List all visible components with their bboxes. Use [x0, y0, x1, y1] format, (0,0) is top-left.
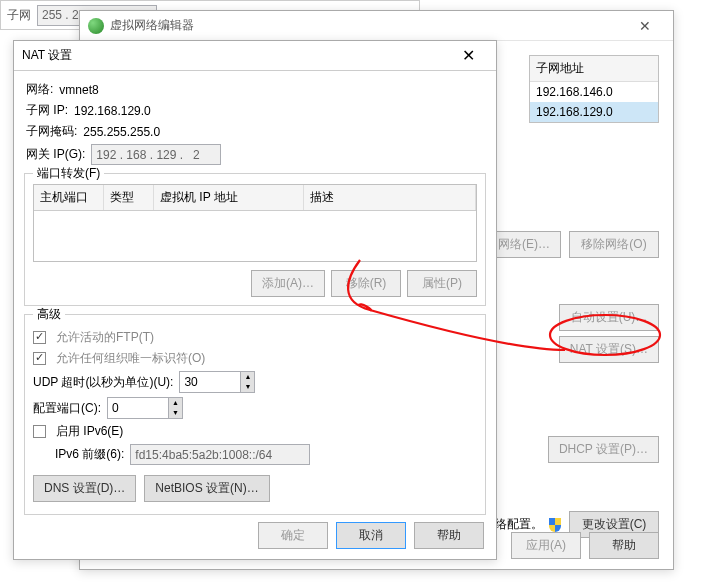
port-fwd-buttons: 添加(A)… 移除(R) 属性(P): [33, 270, 477, 297]
netbios-settings-button[interactable]: NetBIOS 设置(N)…: [144, 475, 269, 502]
mask-value: 255.255.255.0: [83, 125, 160, 139]
allow-oui-label: 允许任何组织唯一标识符(O): [56, 350, 205, 367]
subnet-row[interactable]: 192.168.129.0: [530, 102, 658, 122]
nat-settings-dialog: NAT 设置 ✕ 网络: vmnet8 子网 IP: 192.168.129.0…: [13, 40, 497, 560]
close-icon[interactable]: ✕: [625, 18, 665, 34]
shield-icon: [549, 518, 561, 532]
subnet-list: 子网地址 192.168.146.0 192.168.129.0: [529, 55, 659, 123]
admin-hint: 络配置。: [495, 516, 543, 533]
ipv6-prefix-input[interactable]: [130, 444, 310, 465]
net-value: vmnet8: [59, 83, 98, 97]
config-port-spinner[interactable]: ▲▼: [107, 397, 183, 419]
allow-oui-checkbox[interactable]: [33, 352, 46, 365]
nat-info: 网络: vmnet8 子网 IP: 192.168.129.0 子网掩码: 25…: [14, 71, 496, 165]
ipv6-prefix-label: IPv6 前缀(6):: [55, 446, 124, 463]
enable-ipv6-row[interactable]: 启用 IPv6(E): [33, 423, 477, 440]
nat-settings-button[interactable]: NAT 设置(S)…: [559, 336, 659, 363]
cancel-button[interactable]: 取消: [336, 522, 406, 549]
nat-title: NAT 设置: [22, 47, 448, 64]
enable-ipv6-checkbox[interactable]: [33, 425, 46, 438]
gateway-label: 网关 IP(G):: [26, 146, 85, 163]
allow-oui-row[interactable]: 允许任何组织唯一标识符(O): [33, 350, 477, 367]
advanced-group: 高级 允许活动的FTP(T) 允许任何组织唯一标识符(O) UDP 超时(以秒为…: [24, 314, 486, 515]
ok-button[interactable]: 确定: [258, 522, 328, 549]
dns-settings-button[interactable]: DNS 设置(D)…: [33, 475, 136, 502]
gateway-ip-input[interactable]: [91, 144, 221, 165]
help-button[interactable]: 帮助: [589, 532, 659, 559]
dhcp-settings-row: DHCP 设置(P)…: [548, 436, 659, 463]
udp-timeout-spinner[interactable]: ▲▼: [179, 371, 255, 393]
spin-up-icon[interactable]: ▲: [241, 372, 254, 382]
udp-timeout-label: UDP 超时(以秒为单位)(U):: [33, 374, 173, 391]
remove-button[interactable]: 移除(R): [331, 270, 401, 297]
spin-down-icon[interactable]: ▼: [241, 382, 254, 392]
allow-ftp-row[interactable]: 允许活动的FTP(T): [33, 329, 477, 346]
nat-settings-row: NAT 设置(S)…: [559, 336, 659, 363]
close-icon[interactable]: ✕: [448, 46, 488, 65]
advanced-title: 高级: [33, 306, 65, 323]
bg-subnet-label: 子网: [7, 7, 31, 24]
props-button[interactable]: 属性(P): [407, 270, 477, 297]
subnet-ip-label: 子网 IP:: [26, 102, 68, 119]
col-host-port[interactable]: 主机端口: [34, 185, 104, 210]
spin-up-icon[interactable]: ▲: [169, 398, 182, 408]
add-button[interactable]: 添加(A)…: [251, 270, 325, 297]
spin-down-icon[interactable]: ▼: [169, 408, 182, 418]
allow-ftp-checkbox[interactable]: [33, 331, 46, 344]
auto-settings-row: 自动设置(U)…: [559, 304, 659, 331]
subnet-ip-value: 192.168.129.0: [74, 104, 151, 118]
config-port-input[interactable]: [108, 398, 168, 418]
remove-network-button[interactable]: 移除网络(O): [569, 231, 659, 258]
auto-settings-button[interactable]: 自动设置(U)…: [559, 304, 659, 331]
net-label: 网络:: [26, 81, 53, 98]
col-vm-ip[interactable]: 虚拟机 IP 地址: [154, 185, 304, 210]
table-body[interactable]: [34, 211, 476, 261]
table-head: 主机端口 类型 虚拟机 IP 地址 描述: [34, 185, 476, 211]
port-forward-group: 端口转发(F) 主机端口 类型 虚拟机 IP 地址 描述 添加(A)… 移除(R…: [24, 173, 486, 306]
nat-titlebar: NAT 设置 ✕: [14, 41, 496, 71]
app-icon: [88, 18, 104, 34]
udp-timeout-input[interactable]: [180, 372, 240, 392]
mask-label: 子网掩码:: [26, 123, 77, 140]
allow-ftp-label: 允许活动的FTP(T): [56, 329, 154, 346]
apply-button[interactable]: 应用(A): [511, 532, 581, 559]
subnet-list-header: 子网地址: [530, 56, 658, 82]
port-forward-table: 主机端口 类型 虚拟机 IP 地址 描述: [33, 184, 477, 262]
nat-bottom-buttons: 确定 取消 帮助: [258, 522, 484, 549]
editor-bottom-buttons: 应用(A) 帮助: [511, 532, 659, 559]
col-type[interactable]: 类型: [104, 185, 154, 210]
editor-titlebar: 虚拟网络编辑器 ✕: [80, 11, 673, 41]
port-forward-title: 端口转发(F): [33, 165, 104, 182]
col-desc[interactable]: 描述: [304, 185, 476, 210]
dhcp-settings-button[interactable]: DHCP 设置(P)…: [548, 436, 659, 463]
enable-ipv6-label: 启用 IPv6(E): [56, 423, 123, 440]
config-port-label: 配置端口(C):: [33, 400, 101, 417]
subnet-row[interactable]: 192.168.146.0: [530, 82, 658, 102]
help-button[interactable]: 帮助: [414, 522, 484, 549]
editor-title: 虚拟网络编辑器: [110, 17, 625, 34]
